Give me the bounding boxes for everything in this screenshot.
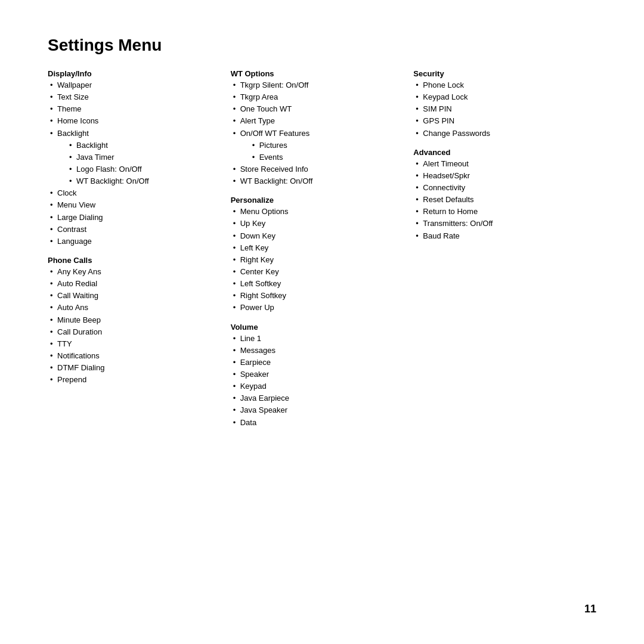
list-item: Line 1: [231, 333, 402, 345]
list-item: Tkgrp Silent: On/Off: [231, 79, 402, 91]
list-personalize: Menu Options Up Key Down Key Left Key Ri…: [231, 206, 402, 314]
list-item: Menu Options: [231, 206, 402, 218]
list-item: Down Key: [231, 230, 402, 242]
list-item: Minute Beep: [48, 314, 219, 326]
list-item: Change Passwords: [413, 128, 584, 140]
list-item: Up Key: [231, 218, 402, 230]
list-item: Connectivity: [413, 182, 584, 194]
list-item: Theme: [48, 103, 219, 115]
section-display-info: Display/Info Wallpaper Text Size Theme H…: [48, 69, 219, 247]
section-title-volume: Volume: [231, 323, 402, 332]
list-item: Prepend: [48, 374, 219, 386]
columns-container: Display/Info Wallpaper Text Size Theme H…: [48, 69, 596, 437]
list-advanced: Alert Timeout Headset/Spkr Connectivity …: [413, 158, 584, 242]
column-2: WT Options Tkgrp Silent: On/Off Tkgrp Ar…: [231, 69, 414, 437]
section-wt-options: WT Options Tkgrp Silent: On/Off Tkgrp Ar…: [231, 69, 402, 187]
section-advanced: Advanced Alert Timeout Headset/Spkr Conn…: [413, 148, 584, 242]
list-item: Language: [48, 236, 219, 247]
list-item: Events: [250, 151, 402, 163]
list-item: Alert Type: [231, 115, 402, 127]
list-item: WT Backlight: On/Off: [67, 175, 219, 187]
list-item: Headset/Spkr: [413, 170, 584, 182]
list-item: Earpiece: [231, 357, 402, 369]
list-item: TTY: [48, 338, 219, 350]
section-volume: Volume Line 1 Messages Earpiece Speaker …: [231, 323, 402, 429]
list-item: Large Dialing: [48, 212, 219, 224]
list-item: Keypad Lock: [413, 91, 584, 103]
list-item: Clock: [48, 187, 219, 199]
list-item: WT Backlight: On/Off: [231, 175, 402, 187]
page-number: 11: [584, 603, 596, 615]
list-item: Java Earpiece: [231, 392, 402, 404]
list-item: Left Key: [231, 242, 402, 254]
section-phone-calls: Phone Calls Any Key Ans Auto Redial Call…: [48, 256, 219, 386]
list-item: Messages: [231, 345, 402, 357]
list-wt-options: Tkgrp Silent: On/Off Tkgrp Area One Touc…: [231, 79, 402, 187]
list-item: Logo Flash: On/Off: [67, 163, 219, 175]
list-item: Text Size: [48, 91, 219, 103]
list-item: Menu View: [48, 199, 219, 211]
section-security: Security Phone Lock Keypad Lock SIM PIN …: [413, 69, 584, 140]
list-volume: Line 1 Messages Earpiece Speaker Keypad …: [231, 333, 402, 429]
list-item: Call Waiting: [48, 290, 219, 302]
section-title-wt-options: WT Options: [231, 69, 402, 78]
list-item: Right Softkey: [231, 290, 402, 302]
list-item: Phone Lock: [413, 79, 584, 91]
list-item: Return to Home: [413, 206, 584, 218]
list-item: Right Key: [231, 254, 402, 266]
list-security: Phone Lock Keypad Lock SIM PIN GPS PIN C…: [413, 79, 584, 140]
list-item: Reset Defaults: [413, 194, 584, 206]
list-item: SIM PIN: [413, 103, 584, 115]
list-item: Tkgrp Area: [231, 91, 402, 103]
list-item: Wallpaper: [48, 79, 219, 91]
list-item: Java Speaker: [231, 404, 402, 416]
page-container: Settings Menu Display/Info Wallpaper Tex…: [0, 0, 644, 473]
section-title-personalize: Personalize: [231, 196, 402, 205]
list-item: Pictures: [250, 140, 402, 151]
section-personalize: Personalize Menu Options Up Key Down Key…: [231, 196, 402, 314]
list-item: Transmitters: On/Off: [413, 218, 584, 230]
list-item: Baud Rate: [413, 230, 584, 242]
list-item: GPS PIN: [413, 115, 584, 127]
list-item: Alert Timeout: [413, 158, 584, 170]
list-item: Data: [231, 417, 402, 429]
list-item: Any Key Ans: [48, 266, 219, 278]
list-item: On/Off WT Features Pictures Events: [231, 128, 402, 163]
list-item: Backlight: [67, 140, 219, 151]
list-item: Store Received Info: [231, 163, 402, 175]
section-title-display-info: Display/Info: [48, 69, 219, 78]
list-item: Java Timer: [67, 151, 219, 163]
sub-list-wt-features: Pictures Events: [240, 140, 402, 163]
list-item: Auto Redial: [48, 278, 219, 290]
list-item: Home Icons: [48, 115, 219, 127]
list-item: DTMF Dialing: [48, 362, 219, 374]
section-title-security: Security: [413, 69, 584, 78]
list-item: Notifications: [48, 350, 219, 362]
section-title-advanced: Advanced: [413, 148, 584, 157]
list-item: Call Duration: [48, 326, 219, 338]
list-item: Center Key: [231, 266, 402, 278]
list-item: Power Up: [231, 302, 402, 314]
section-title-phone-calls: Phone Calls: [48, 256, 219, 265]
list-item: Keypad: [231, 380, 402, 392]
list-display-info: Wallpaper Text Size Theme Home Icons Bac…: [48, 79, 219, 247]
list-item: Left Softkey: [231, 278, 402, 290]
list-phone-calls: Any Key Ans Auto Redial Call Waiting Aut…: [48, 266, 219, 386]
list-item: One Touch WT: [231, 103, 402, 115]
list-item: Auto Ans: [48, 302, 219, 314]
sub-list-backlight: Backlight Java Timer Logo Flash: On/Off …: [57, 140, 219, 188]
list-item: Speaker: [231, 369, 402, 380]
page-title: Settings Menu: [48, 36, 596, 55]
list-item: Backlight Backlight Java Timer Logo Flas…: [48, 128, 219, 188]
column-1: Display/Info Wallpaper Text Size Theme H…: [48, 69, 231, 394]
column-3: Security Phone Lock Keypad Lock SIM PIN …: [413, 69, 596, 250]
list-item: Contrast: [48, 224, 219, 236]
